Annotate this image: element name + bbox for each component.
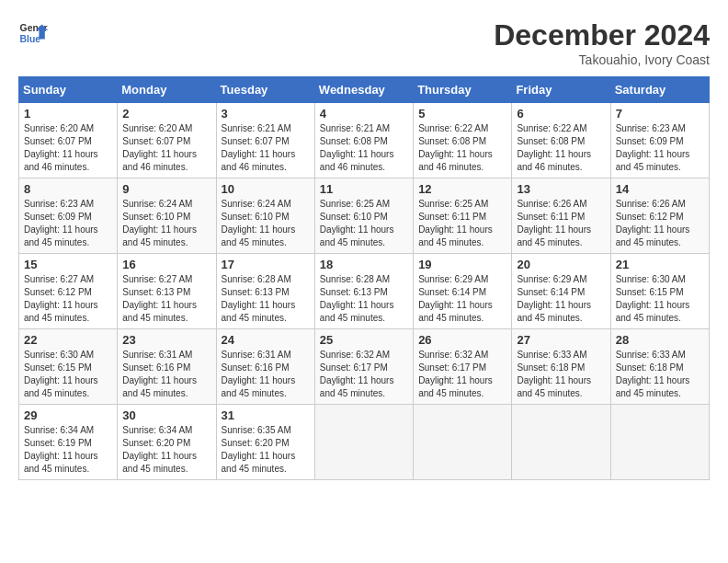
calendar-cell: 2 Sunrise: 6:20 AMSunset: 6:07 PMDayligh… [118, 103, 216, 178]
day-info: Sunrise: 6:25 AMSunset: 6:11 PMDaylight:… [418, 198, 506, 249]
day-number: 6 [517, 107, 605, 121]
day-number: 1 [24, 107, 112, 121]
day-info: Sunrise: 6:30 AMSunset: 6:15 PMDaylight:… [24, 349, 112, 400]
calendar-cell: 7 Sunrise: 6:23 AMSunset: 6:09 PMDayligh… [610, 103, 709, 178]
calendar-cell: 10 Sunrise: 6:24 AMSunset: 6:10 PMDaylig… [216, 178, 314, 254]
calendar-cell: 27 Sunrise: 6:33 AMSunset: 6:18 PMDaylig… [512, 329, 610, 405]
calendar-cell: 9 Sunrise: 6:24 AMSunset: 6:10 PMDayligh… [118, 178, 216, 254]
calendar-cell: 22 Sunrise: 6:30 AMSunset: 6:15 PMDaylig… [19, 329, 118, 405]
calendar-cell [314, 405, 413, 480]
day-info: Sunrise: 6:28 AMSunset: 6:13 PMDaylight:… [320, 273, 408, 325]
column-header-tuesday: Tuesday [216, 77, 314, 103]
calendar-cell: 13 Sunrise: 6:26 AMSunset: 6:11 PMDaylig… [512, 178, 610, 254]
day-info: Sunrise: 6:20 AMSunset: 6:07 PMDaylight:… [24, 122, 112, 174]
day-info: Sunrise: 6:26 AMSunset: 6:12 PMDaylight:… [616, 198, 704, 249]
column-header-wednesday: Wednesday [314, 77, 413, 103]
calendar-cell: 14 Sunrise: 6:26 AMSunset: 6:12 PMDaylig… [610, 178, 709, 254]
day-number: 31 [222, 408, 310, 422]
column-header-monday: Monday [118, 77, 216, 103]
day-info: Sunrise: 6:24 AMSunset: 6:10 PMDaylight:… [222, 198, 310, 249]
calendar-cell: 3 Sunrise: 6:21 AMSunset: 6:07 PMDayligh… [216, 103, 314, 178]
day-info: Sunrise: 6:31 AMSunset: 6:16 PMDaylight:… [122, 349, 210, 400]
column-header-saturday: Saturday [610, 77, 709, 103]
day-info: Sunrise: 6:27 AMSunset: 6:12 PMDaylight:… [24, 273, 112, 325]
calendar-table: SundayMondayTuesdayWednesdayThursdayFrid… [18, 76, 710, 480]
day-info: Sunrise: 6:35 AMSunset: 6:20 PMDaylight:… [222, 424, 310, 476]
day-number: 11 [320, 182, 408, 196]
logo-icon: General Blue [18, 18, 48, 48]
column-header-sunday: Sunday [19, 77, 118, 103]
day-number: 28 [616, 333, 704, 347]
day-number: 14 [616, 182, 704, 196]
day-number: 2 [122, 107, 210, 121]
calendar-cell: 17 Sunrise: 6:28 AMSunset: 6:13 PMDaylig… [216, 254, 314, 329]
day-info: Sunrise: 6:30 AMSunset: 6:15 PMDaylight:… [616, 273, 704, 325]
day-number: 13 [517, 182, 605, 196]
calendar-cell: 19 Sunrise: 6:29 AMSunset: 6:14 PMDaylig… [414, 254, 512, 329]
calendar-cell: 15 Sunrise: 6:27 AMSunset: 6:12 PMDaylig… [19, 254, 118, 329]
day-info: Sunrise: 6:20 AMSunset: 6:07 PMDaylight:… [122, 122, 210, 174]
day-number: 16 [122, 258, 210, 271]
location-subtitle: Takouahio, Ivory Coast [494, 52, 710, 67]
day-info: Sunrise: 6:28 AMSunset: 6:13 PMDaylight:… [222, 273, 310, 325]
day-info: Sunrise: 6:32 AMSunset: 6:17 PMDaylight:… [320, 349, 408, 400]
day-number: 4 [320, 107, 408, 121]
day-number: 15 [24, 258, 112, 271]
day-number: 12 [418, 182, 506, 196]
day-number: 19 [418, 258, 506, 271]
calendar-cell: 5 Sunrise: 6:22 AMSunset: 6:08 PMDayligh… [414, 103, 512, 178]
calendar-cell [414, 405, 512, 480]
day-info: Sunrise: 6:26 AMSunset: 6:11 PMDaylight:… [517, 198, 605, 249]
month-title: December 2024 [494, 18, 710, 52]
day-info: Sunrise: 6:31 AMSunset: 6:16 PMDaylight:… [222, 349, 310, 400]
day-number: 26 [418, 333, 506, 347]
day-number: 8 [24, 182, 112, 196]
day-number: 24 [222, 333, 310, 347]
calendar-cell: 12 Sunrise: 6:25 AMSunset: 6:11 PMDaylig… [414, 178, 512, 254]
calendar-cell: 18 Sunrise: 6:28 AMSunset: 6:13 PMDaylig… [314, 254, 413, 329]
calendar-cell: 31 Sunrise: 6:35 AMSunset: 6:20 PMDaylig… [216, 405, 314, 480]
day-info: Sunrise: 6:23 AMSunset: 6:09 PMDaylight:… [24, 198, 112, 249]
calendar-cell [610, 405, 709, 480]
day-info: Sunrise: 6:34 AMSunset: 6:19 PMDaylight:… [24, 424, 112, 476]
title-block: December 2024 Takouahio, Ivory Coast [494, 18, 710, 67]
svg-text:Blue: Blue [20, 34, 41, 44]
logo: General Blue [18, 18, 48, 48]
day-info: Sunrise: 6:33 AMSunset: 6:18 PMDaylight:… [616, 349, 704, 400]
calendar-cell: 1 Sunrise: 6:20 AMSunset: 6:07 PMDayligh… [19, 103, 118, 178]
day-number: 30 [122, 408, 210, 422]
calendar-cell: 29 Sunrise: 6:34 AMSunset: 6:19 PMDaylig… [19, 405, 118, 480]
calendar-cell: 30 Sunrise: 6:34 AMSunset: 6:20 PMDaylig… [118, 405, 216, 480]
day-number: 18 [320, 258, 408, 271]
day-info: Sunrise: 6:33 AMSunset: 6:18 PMDaylight:… [517, 349, 605, 400]
day-info: Sunrise: 6:32 AMSunset: 6:17 PMDaylight:… [418, 349, 506, 400]
day-number: 21 [616, 258, 704, 271]
calendar-cell: 24 Sunrise: 6:31 AMSunset: 6:16 PMDaylig… [216, 329, 314, 405]
column-header-friday: Friday [512, 77, 610, 103]
day-number: 5 [418, 107, 506, 121]
day-number: 3 [222, 107, 310, 121]
calendar-cell: 16 Sunrise: 6:27 AMSunset: 6:13 PMDaylig… [118, 254, 216, 329]
day-info: Sunrise: 6:34 AMSunset: 6:20 PMDaylight:… [122, 424, 210, 476]
day-number: 17 [222, 258, 310, 271]
day-info: Sunrise: 6:29 AMSunset: 6:14 PMDaylight:… [418, 273, 506, 325]
day-info: Sunrise: 6:22 AMSunset: 6:08 PMDaylight:… [517, 122, 605, 174]
page-header: General Blue December 2024 Takouahio, Iv… [18, 18, 710, 67]
day-info: Sunrise: 6:22 AMSunset: 6:08 PMDaylight:… [418, 122, 506, 174]
calendar-cell: 20 Sunrise: 6:29 AMSunset: 6:14 PMDaylig… [512, 254, 610, 329]
day-info: Sunrise: 6:24 AMSunset: 6:10 PMDaylight:… [122, 198, 210, 249]
day-number: 27 [517, 333, 605, 347]
day-number: 25 [320, 333, 408, 347]
day-number: 22 [24, 333, 112, 347]
day-info: Sunrise: 6:25 AMSunset: 6:10 PMDaylight:… [320, 198, 408, 249]
calendar-cell: 25 Sunrise: 6:32 AMSunset: 6:17 PMDaylig… [314, 329, 413, 405]
day-number: 7 [616, 107, 704, 121]
calendar-cell: 28 Sunrise: 6:33 AMSunset: 6:18 PMDaylig… [610, 329, 709, 405]
calendar-cell: 21 Sunrise: 6:30 AMSunset: 6:15 PMDaylig… [610, 254, 709, 329]
day-info: Sunrise: 6:21 AMSunset: 6:07 PMDaylight:… [222, 122, 310, 174]
day-info: Sunrise: 6:27 AMSunset: 6:13 PMDaylight:… [122, 273, 210, 325]
calendar-cell: 23 Sunrise: 6:31 AMSunset: 6:16 PMDaylig… [118, 329, 216, 405]
day-info: Sunrise: 6:23 AMSunset: 6:09 PMDaylight:… [616, 122, 704, 174]
day-number: 9 [122, 182, 210, 196]
day-number: 29 [24, 408, 112, 422]
